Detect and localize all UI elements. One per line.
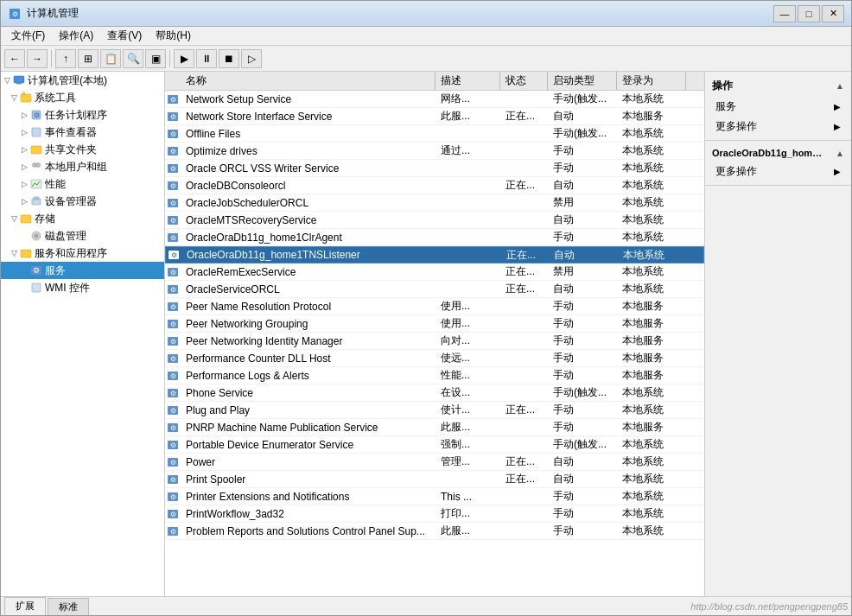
sidebar-item-storage[interactable]: ▽ 存储 [1,210,164,227]
svg-text:⚙: ⚙ [170,200,176,207]
systemtools-expand: ▽ [11,93,20,102]
right-action-services[interactable]: 服务 ▶ [705,97,851,117]
tab-extended[interactable]: 扩展 [4,597,46,615]
col-desc[interactable]: 描述 [436,72,500,90]
svg-text:⚙: ⚙ [12,10,18,18]
search-button[interactable]: 🔍 [123,49,143,68]
title-bar: ⚙ 计算机管理 — □ ✕ [1,1,851,27]
svg-text:⚙: ⚙ [170,217,176,225]
service-startup: 手动 [548,316,617,331]
sidebar-item-eventviewer[interactable]: ▷ 事件查看器 [1,124,164,141]
service-icon: ⚙ [165,508,181,520]
right-action-more2[interactable]: 更多操作 ▶ [705,162,851,181]
service-name: Network Setup Service [181,93,436,105]
grid-button[interactable]: ▣ [145,49,166,68]
service-row[interactable]: ⚙Peer Networking Identity Manager向对...手动… [165,333,704,350]
service-desc: 此服... [436,109,500,124]
menu-item-查看(V)[interactable]: 查看(V) [100,27,149,45]
forward-button[interactable]: → [27,49,48,68]
svg-text:⚙: ⚙ [170,528,176,536]
service-icon: ⚙ [165,128,181,140]
service-row[interactable]: ⚙OracleDBConsoleorcl正在...自动本地系统 [165,177,704,194]
copy-button[interactable]: 📋 [100,49,121,68]
stop-button[interactable]: ⏹ [219,49,239,68]
service-row[interactable]: ⚙OracleOraDb11g_home1ClrAgent手动本地系统 [165,229,704,246]
service-icon: ⚙ [165,145,181,157]
service-desc: 向对... [436,333,500,348]
service-row[interactable]: ⚙Printer Extensions and NotificationsThi… [165,488,704,505]
service-icon: ⚙ [165,404,181,416]
service-row[interactable]: ⚙PrintWorkflow_3ad32打印...手动本地系统 [165,505,704,523]
menu-item-文件(F)[interactable]: 文件(F) [4,27,52,45]
service-row[interactable]: ⚙Performance Logs & Alerts性能...手动本地服务 [165,367,704,384]
service-row[interactable]: ⚙Plug and Play使计...正在...手动本地系统 [165,402,704,419]
menu-item-操作(A)[interactable]: 操作(A) [52,27,100,45]
back-button[interactable]: ← [4,49,25,68]
service-name: Peer Networking Identity Manager [181,335,436,347]
tab-standard[interactable]: 标准 [48,598,89,615]
sidebar-item-sharedfolders[interactable]: ▷ 共享文件夹 [1,141,164,158]
sidebar-item-servicesapps[interactable]: ▽ 服务和应用程序 [1,244,164,262]
col-status[interactable]: 状态 [500,72,548,90]
sidebar-item-devicemgr[interactable]: ▷ 设备管理器 [1,193,164,210]
service-row[interactable]: ⚙OracleMTSRecoveryService自动本地系统 [165,212,704,229]
service-icon: ⚙ [165,93,181,105]
service-row[interactable]: ⚙Oracle ORCL VSS Writer Service手动本地系统 [165,160,704,177]
eventviewer-icon [30,126,42,138]
service-row[interactable]: ⚙OracleServiceORCL正在...自动本地系统 [165,281,704,298]
service-row[interactable]: ⚙Portable Device Enumerator Service强制...… [165,436,704,454]
service-row[interactable]: ⚙Offline Files手动(触发...本地系统 [165,125,704,143]
service-name: Peer Networking Grouping [181,318,436,330]
sidebar-item-diskmgmt[interactable]: 磁盘管理 [1,227,164,244]
svg-text:⚙: ⚙ [170,286,176,294]
show-button[interactable]: ⊞ [78,49,99,68]
taskscheduler-expand: ▷ [22,111,30,119]
close-button[interactable]: ✕ [822,5,844,22]
sidebar-item-localusers[interactable]: ▷ 本地用户和组 [1,158,164,175]
service-logon: 本地系统 [617,195,686,210]
play-button[interactable]: ▶ [174,49,194,68]
svg-text:⚙: ⚙ [170,407,176,415]
sidebar-item-services[interactable]: ⚙ 服务 [1,262,164,279]
sidebar-root[interactable]: ▽ 计算机管理(本地) [1,72,164,89]
right-action-more[interactable]: 更多操作 ▶ [705,117,851,137]
menu-item-帮助(H)[interactable]: 帮助(H) [149,27,198,45]
col-logon[interactable]: 登录为 [617,72,686,90]
service-startup: 手动(触发... [548,385,617,400]
service-desc: 此服... [436,524,500,538]
restart-button[interactable]: ▷ [241,49,262,68]
diskmgmt-icon [30,230,42,242]
root-expand-icon: ▽ [4,76,13,85]
service-row[interactable]: ⚙Optimize drives通过...手动本地系统 [165,143,704,160]
service-row[interactable]: ⚙Phone Service在设...手动(触发...本地系统 [165,384,704,402]
service-row[interactable]: ⚙PNRP Machine Name Publication Service此服… [165,419,704,436]
sidebar-item-perf[interactable]: ▷ 性能 [1,175,164,193]
minimize-button[interactable]: — [773,5,796,22]
svg-rect-9 [31,146,41,154]
svg-text:⚙: ⚙ [170,493,176,501]
svg-text:⚙: ⚙ [170,234,176,242]
service-row[interactable]: ⚙OracleRemExecService正在...禁用本地系统 [165,264,704,281]
service-row[interactable]: ⚙Problem Reports and Solutions Control P… [165,523,704,540]
service-row[interactable]: ⚙OracleOraDb11g_home1TNSListener正在...自动本… [165,246,704,264]
service-row[interactable]: ⚙Performance Counter DLL Host使远...手动本地服务 [165,350,704,367]
service-row[interactable]: ⚙Peer Name Resolution Protocol使用...手动本地服… [165,298,704,315]
pause-button[interactable]: ⏸ [196,49,217,68]
service-row[interactable]: ⚙Peer Networking Grouping使用...手动本地服务 [165,315,704,333]
service-row[interactable]: ⚙OracleJobSchedulerORCL禁用本地系统 [165,194,704,212]
maximize-button[interactable]: □ [798,5,820,22]
service-row[interactable]: ⚙Print Spooler正在...自动本地系统 [165,471,704,488]
sidebar-item-taskscheduler[interactable]: ▷ ⚙ 任务计划程序 [1,106,164,124]
col-startup[interactable]: 启动类型 [548,72,617,90]
up-button[interactable]: ↑ [55,49,76,68]
service-row[interactable]: ⚙Network Store Interface Service此服...正在.… [165,108,704,125]
col-name[interactable]: 名称 [181,72,436,90]
right-section-title-1: 操作 ▲ [705,75,851,97]
sidebar-item-wmi[interactable]: WMI 控件 [1,279,164,296]
devicemgr-label: 设备管理器 [45,194,97,209]
sidebar-item-systemtools[interactable]: ▽ 系统工具 [1,89,164,106]
service-row[interactable]: ⚙Network Setup Service网络...手动(触发...本地系统 [165,91,704,108]
svg-text:⚙: ⚙ [170,424,176,432]
service-row[interactable]: ⚙Power管理...正在...自动本地系统 [165,454,704,471]
window-title: 计算机管理 [27,6,773,21]
